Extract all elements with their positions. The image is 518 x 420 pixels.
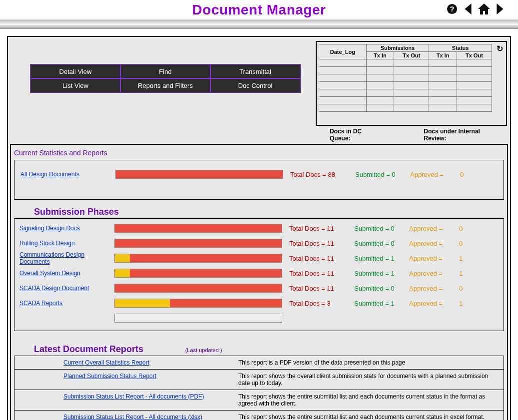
all-design-link[interactable]: All Design Documents — [20, 171, 79, 178]
phase-link[interactable]: Rolling Stock Design — [19, 240, 75, 247]
last-updated: (Last updated ) — [185, 347, 222, 353]
col-date-log: Date_Log — [319, 44, 367, 59]
refresh-icon[interactable]: ↻ — [495, 44, 504, 53]
svg-text:?: ? — [450, 5, 455, 13]
phase-row-empty — [19, 311, 499, 326]
table-row — [319, 89, 492, 97]
all-design-bar — [115, 170, 283, 179]
home-icon[interactable] — [478, 3, 490, 15]
phase-approved-val: 1 — [459, 270, 469, 277]
phase-link[interactable]: SCADA Design Document — [19, 285, 89, 292]
transmittal-button[interactable]: Transmittal — [210, 64, 300, 78]
table-row — [319, 104, 492, 112]
phase-approved-label: Approved = — [409, 240, 459, 247]
list-view-button[interactable]: List View — [30, 78, 120, 92]
report-desc: This report shows the entire submittal l… — [238, 393, 500, 407]
detail-view-button[interactable]: Detail View — [30, 64, 120, 78]
reports-box: Current Overall Statistics ReportThis re… — [14, 356, 504, 420]
back-icon[interactable] — [462, 3, 474, 15]
report-link[interactable]: Planned Submission Status Report — [63, 373, 156, 380]
report-link[interactable]: Submission Status List Report - All docu… — [63, 414, 202, 420]
phase-total: Total Docs = 11 — [289, 240, 354, 247]
report-row: Planned Submission Status ReportThis rep… — [14, 370, 504, 390]
page-title: Document Manager — [192, 2, 326, 18]
col-group-status: Status — [429, 44, 492, 52]
phase-link[interactable]: Communications Design Documents — [19, 251, 84, 265]
col-txout2: Tx Out — [457, 52, 492, 59]
phase-bar — [114, 239, 282, 248]
report-desc: This report shows the entire submittal l… — [238, 414, 500, 420]
top-bar: Document Manager ? — [0, 0, 518, 20]
phase-bar — [114, 224, 282, 233]
reports-filters-button[interactable]: Reports and Filters — [120, 78, 210, 92]
docs-dc-queue-label: Docs in DC Queue: — [330, 128, 384, 142]
phase-total: Total Docs = 11 — [289, 255, 354, 262]
docs-internal-review-label: Docs under Internal Review: — [424, 128, 504, 142]
all-design-total: Total Docs = 88 — [290, 171, 355, 178]
phase-total: Total Docs = 11 — [289, 285, 354, 292]
phase-bar — [114, 284, 282, 293]
phase-submitted: Submitted = 1 — [354, 255, 409, 262]
phase-approved-label: Approved = — [409, 270, 459, 277]
phase-bar — [114, 269, 282, 278]
find-button[interactable]: Find — [120, 64, 210, 78]
report-desc: This report is a PDF version of the data… — [238, 359, 500, 366]
page-container: Detail View Find Transmittal List View R… — [7, 36, 511, 420]
phase-row: SCADA Design DocumentTotal Docs = 11Subm… — [19, 281, 499, 296]
table-row — [319, 59, 492, 67]
col-txin: Tx In — [366, 52, 394, 59]
svg-marker-2 — [465, 3, 471, 14]
phase-approved-label: Approved = — [409, 225, 459, 232]
phase-submitted: Submitted = 1 — [354, 300, 409, 307]
phase-link[interactable]: SCADA Reports — [19, 300, 62, 307]
phase-approved-label: Approved = — [409, 300, 459, 307]
phase-bar-empty — [114, 314, 282, 323]
nav-icons: ? — [446, 3, 506, 15]
phase-approved-label: Approved = — [409, 255, 459, 262]
phase-approved-val: 0 — [459, 240, 469, 247]
phase-total: Total Docs = 11 — [289, 225, 354, 232]
phase-approved-val: 1 — [459, 300, 469, 307]
col-txout: Tx Out — [394, 52, 429, 59]
ldr-heading: Latest Document Reports — [34, 344, 143, 355]
table-row — [319, 82, 492, 89]
all-design-approved-label: Approved = — [410, 171, 460, 178]
table-row — [319, 74, 492, 82]
report-link[interactable]: Current Overall Statistics Report — [63, 359, 149, 366]
phases-heading: Submission Phases — [34, 207, 504, 217]
phase-submitted: Submitted = 0 — [354, 225, 409, 232]
phase-approved-val: 1 — [459, 255, 469, 262]
phase-row: Rolling Stock DesignTotal Docs = 11Submi… — [19, 236, 499, 251]
phase-row: Overall System DesignTotal Docs = 11Subm… — [19, 266, 499, 281]
col-group-submissions: Submissions — [366, 44, 429, 52]
all-design-box: All Design Documents Total Docs = 88 Sub… — [14, 160, 504, 200]
phase-row: SCADA ReportsTotal Docs = 3Submitted = 1… — [19, 296, 499, 311]
forward-icon[interactable] — [494, 3, 506, 15]
report-link[interactable]: Submission Status List Report - All docu… — [63, 393, 204, 400]
phase-submitted: Submitted = 1 — [354, 270, 409, 277]
help-icon[interactable]: ? — [446, 3, 458, 15]
report-row: Current Overall Statistics ReportThis re… — [14, 356, 504, 370]
all-design-submitted: Submitted = 0 — [355, 171, 410, 178]
phases-box: Signaling Design DocsTotal Docs = 11Subm… — [14, 218, 504, 331]
phase-total: Total Docs = 11 — [289, 270, 354, 277]
status-table: Date_Log Submissions Status Tx In Tx Out… — [319, 44, 492, 112]
report-desc: This report shows the overall client sub… — [238, 373, 500, 387]
phase-row: Communications Design DocumentsTotal Doc… — [19, 251, 499, 266]
phase-row: Signaling Design DocsTotal Docs = 11Subm… — [19, 221, 499, 236]
phase-link[interactable]: Signaling Design Docs — [19, 225, 80, 232]
phase-submitted: Submitted = 0 — [354, 240, 409, 247]
gradient-bar — [0, 20, 518, 29]
phase-approved-label: Approved = — [409, 285, 459, 292]
svg-marker-3 — [478, 3, 490, 14]
phase-bar — [114, 299, 282, 308]
svg-marker-4 — [497, 3, 503, 14]
phase-approved-val: 0 — [459, 285, 469, 292]
phase-approved-val: 0 — [459, 225, 469, 232]
report-row: Submission Status List Report - All docu… — [14, 411, 504, 420]
main-panel: Current Statistics and Reports All Desig… — [10, 144, 508, 420]
phase-link[interactable]: Overall System Design — [19, 270, 80, 277]
doc-control-button[interactable]: Doc Control — [210, 78, 300, 92]
main-button-grid: Detail View Find Transmittal List View R… — [30, 64, 301, 93]
phase-total: Total Docs = 3 — [289, 300, 354, 307]
